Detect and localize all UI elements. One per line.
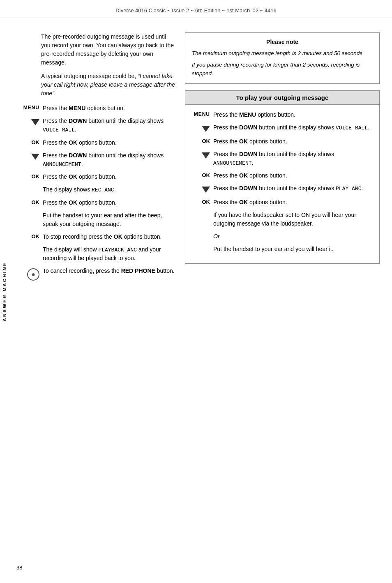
ok-label: OK <box>191 137 210 144</box>
step-content: Put the handset to your ear and you will… <box>213 245 374 253</box>
step-content: Press the MENU options button. <box>43 104 177 113</box>
note-box-para1: The maximum outgoing message length is 2… <box>192 49 373 58</box>
step-content: Press the OK options button. <box>43 198 177 207</box>
menu-label: MENU <box>191 111 210 117</box>
note-box-title: Please note <box>192 39 373 45</box>
step-content: Press the DOWN button until the display … <box>213 184 374 193</box>
step-content: Press the DOWN button until the display … <box>213 150 374 168</box>
step-row: Put the handset to your ear and you will… <box>191 245 374 253</box>
step-content: Press the DOWN button until the display … <box>43 117 177 134</box>
step-content-or: Or <box>213 232 374 241</box>
play-box-title: To play your outgoing message <box>185 91 379 105</box>
step-row: OK To stop recording press the OK option… <box>21 233 177 241</box>
intro-para1: The pre-recorded outgoing message is use… <box>21 32 177 98</box>
play-box: To play your outgoing message MENU Press… <box>185 90 380 264</box>
down-arrow-icon <box>202 152 210 159</box>
step-content: Press the OK options button. <box>213 137 374 146</box>
ok-label: OK <box>21 173 39 180</box>
step-content: Press the OK options button. <box>43 138 177 147</box>
step-row: The display will show PLAYBACK ANC and y… <box>21 245 177 263</box>
step-content: Press the OK options button. <box>43 173 177 181</box>
ok-label: OK <box>191 171 210 178</box>
step-content: Press the DOWN button until the display … <box>213 123 374 132</box>
step-content: To cancel recording, press the RED PHONE… <box>43 267 177 275</box>
ok-label: OK <box>21 198 39 205</box>
step-row: OK Press the OK options button. <box>21 173 177 181</box>
empty-label <box>21 211 39 212</box>
step-row: Press the DOWN button until the display … <box>191 123 374 133</box>
down-arrow-label <box>191 150 210 160</box>
play-box-content: MENU Press the MENU options button. Pres… <box>185 105 379 264</box>
empty-label <box>21 245 39 246</box>
menu-label: MENU <box>21 104 39 111</box>
note-box: Please note The maximum outgoing message… <box>185 32 380 84</box>
step-row: OK Press the OK options button. <box>191 171 374 180</box>
empty-label <box>191 211 210 212</box>
step-row: OK Press the OK options button. <box>21 198 177 207</box>
red-phone-label: ● <box>21 267 39 281</box>
step-content: Press the DOWN button until the display … <box>43 151 177 169</box>
page-number: 38 <box>16 565 22 571</box>
step-content: If you have the loudspeaker set to ON yo… <box>213 211 374 228</box>
ok-label: OK <box>191 198 210 205</box>
empty-label <box>191 245 210 246</box>
step-content: To stop recording press the OK options b… <box>43 233 177 241</box>
empty-label <box>191 232 210 233</box>
side-label: ANSWER MACHINE <box>0 123 9 460</box>
step-row: OK Press the OK options button. <box>191 137 374 146</box>
step-row: OK Press the OK options button. <box>191 198 374 207</box>
empty-label <box>21 185 39 186</box>
down-arrow-label <box>21 151 39 161</box>
step-row: ● To cancel recording, press the RED PHO… <box>21 267 177 281</box>
step-row: Press the DOWN button until the display … <box>191 150 374 168</box>
red-phone-icon: ● <box>27 268 39 281</box>
down-arrow-icon <box>202 187 210 193</box>
step-content: Put the handset to your ear and after th… <box>43 211 177 228</box>
ok-label: OK <box>21 233 39 240</box>
down-arrow-icon <box>202 126 210 132</box>
step-content: Press the OK options button. <box>213 171 374 180</box>
step-content: Press the OK options button. <box>213 198 374 207</box>
step-row: Press the DOWN button until the display … <box>21 151 177 169</box>
down-arrow-label <box>21 117 39 127</box>
ok-label: OK <box>21 138 39 145</box>
down-arrow-label <box>191 184 210 194</box>
down-arrow-label <box>191 123 210 133</box>
step-row: If you have the loudspeaker set to ON yo… <box>191 211 374 228</box>
step-content: The display shows REC ANC. <box>43 185 177 194</box>
step-row: Press the DOWN button until the display … <box>21 117 177 134</box>
step-row: Put the handset to your ear and after th… <box>21 211 177 228</box>
down-arrow-icon <box>31 119 39 125</box>
step-row: MENU Press the MENU options button. <box>21 104 177 113</box>
step-row: MENU Press the MENU options button. <box>191 111 374 119</box>
step-content: The display will show PLAYBACK ANC and y… <box>43 245 177 263</box>
step-row: Press the DOWN button until the display … <box>191 184 374 194</box>
page-header: Diverse 4016 Classic ~ Issue 2 ~ 6th Edi… <box>0 0 392 18</box>
left-steps: MENU Press the MENU options button. Pres… <box>21 104 177 281</box>
intro-para2: A typical outgoing message could be, “I … <box>41 72 177 98</box>
left-column: The pre-recorded outgoing message is use… <box>21 32 177 285</box>
note-box-para2: If you pause during recording for longer… <box>192 61 373 78</box>
step-content: Press the MENU options button. <box>213 111 374 119</box>
right-column: Please note The maximum outgoing message… <box>185 32 380 285</box>
step-row: The display shows REC ANC. <box>21 185 177 194</box>
step-row: OK Press the OK options button. <box>21 138 177 147</box>
step-row: Or <box>191 232 374 241</box>
down-arrow-icon <box>31 154 39 160</box>
